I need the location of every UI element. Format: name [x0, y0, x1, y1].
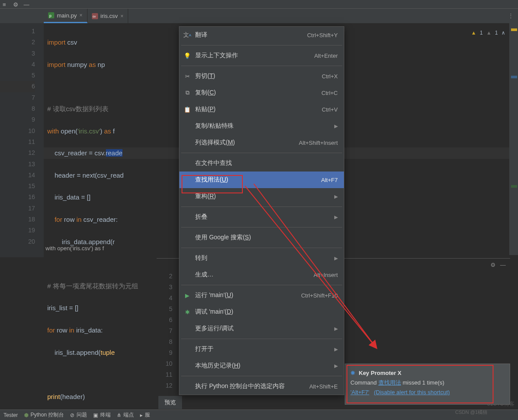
menu-generate[interactable]: 生成…Alt+Insert [179, 266, 344, 283]
selected-text: reade [106, 149, 122, 157]
menu-google-search[interactable]: 使用 Google 搜索(S) [179, 229, 344, 246]
python-file-icon: p [48, 12, 54, 18]
translate-icon: 文A [184, 32, 191, 38]
sb-endpoints[interactable]: ⋔端点 [117, 411, 134, 419]
terminal-icon: ▣ [93, 412, 98, 418]
python-icon: ⬢ [24, 412, 28, 418]
weak-warning-icon: ▲ [486, 30, 491, 36]
sb-tester[interactable]: Tester [4, 412, 18, 418]
menu-folding[interactable]: 折叠▶ [179, 209, 344, 225]
sb-services[interactable]: ▸服 [140, 411, 150, 419]
services-icon: ▸ [140, 412, 143, 418]
chevron-right-icon: ▶ [334, 363, 338, 369]
problems-icon: ⊘ [70, 412, 74, 418]
gear-icon[interactable]: ⚙ [490, 262, 496, 268]
copy-icon: ⧉ [184, 89, 191, 96]
menu-run-main[interactable]: ▶运行 'main'(U)Ctrl+Shift+F10 [179, 287, 344, 304]
paste-icon: 📋 [184, 106, 191, 113]
gear-icon[interactable]: ⚙ [13, 1, 19, 7]
window-toolbar: ≡ ⚙ — [0, 0, 518, 9]
run-icon: ▶ [184, 292, 191, 299]
menu-paste-special[interactable]: 复制/粘贴特殊▶ [179, 118, 344, 134]
context-menu: 文A翻译Ctrl+Shift+Y 💡显示上下文操作Alt+Enter ✂剪切(T… [179, 26, 344, 395]
chevron-up-icon[interactable]: ∧ [501, 30, 505, 36]
tab-main-py[interactable]: p main.py × [44, 9, 88, 23]
csv-file-icon: cv [92, 13, 98, 19]
preview-gutter: 234 567 8910 1112 [157, 271, 178, 391]
menu-refactor[interactable]: 重构(R)▶ [179, 188, 344, 205]
sb-problems[interactable]: ⊘问题 [70, 411, 87, 419]
minimize-icon[interactable]: — [24, 1, 30, 7]
chevron-right-icon: ▶ [334, 256, 338, 261]
chevron-right-icon: ▶ [334, 326, 338, 332]
menu-debug-main[interactable]: ✱调试 'main'(D) [179, 304, 344, 320]
menu-translate[interactable]: 文A翻译Ctrl+Shift+Y [179, 27, 344, 43]
error-stripe [509, 23, 518, 255]
menu-more-run[interactable]: 更多运行/调试▶ [179, 320, 344, 337]
notif-title: Key Promoter X [359, 368, 402, 378]
chevron-right-icon: ▶ [334, 123, 338, 129]
notif-disable-link[interactable]: (Disable alert for this shortcut) [374, 389, 450, 396]
bulb-icon: 💡 [184, 52, 191, 59]
menu-find-usages[interactable]: 查找用法(U)Alt+F7 [179, 172, 344, 188]
menu-copy[interactable]: ⧉复制(C)Ctrl+C [179, 84, 344, 101]
warning-icon: ▲ [471, 30, 476, 36]
menu-show-context-actions[interactable]: 💡显示上下文操作Alt+Enter [179, 47, 344, 64]
tab-iris-csv[interactable]: cv iris.csv × [88, 9, 129, 23]
chevron-right-icon: ▶ [334, 214, 338, 220]
chevron-right-icon: ▶ [334, 346, 338, 352]
watermark: CSDN @1橘猫 [455, 409, 487, 416]
chevron-right-icon: ▶ [334, 194, 338, 200]
tab-preview[interactable]: 预览 [158, 396, 182, 409]
endpoints-icon: ⋔ [117, 412, 121, 418]
menu-exec-selection[interactable]: 执行 Python 控制台中的选定内容Alt+Shift+E [179, 378, 344, 395]
menu-open-in[interactable]: 打开于▶ [179, 341, 344, 357]
svg-text:cv: cv [92, 14, 96, 18]
notif-shortcut-link[interactable]: 'Alt+F7' [350, 389, 369, 396]
notif-icon: ✸ [350, 368, 355, 378]
menu-icon[interactable]: ≡ [3, 1, 9, 7]
breadcrumb[interactable]: with open('iris.csv') as f [46, 245, 104, 252]
sb-terminal[interactable]: ▣终端 [93, 411, 111, 419]
close-icon[interactable]: × [80, 12, 83, 18]
sb-python-console[interactable]: ⬢Python 控制台 [24, 411, 64, 419]
key-promoter-notification: ✸Key Promoter X Command 查找用法 missed 1 ti… [345, 364, 510, 405]
cut-icon: ✂ [184, 73, 191, 80]
line-gutter: 123 456 789 101112 131415 161718 1920 [0, 23, 44, 257]
debug-icon: ✱ [184, 308, 191, 315]
notif-command-link[interactable]: 查找用法 [378, 379, 401, 386]
menu-find-in-files[interactable]: 在文件中查找 [179, 155, 344, 172]
menu-paste[interactable]: 📋粘贴(P)Ctrl+V [179, 101, 344, 118]
menu-local-history[interactable]: 本地历史记录(H)▶ [179, 357, 344, 374]
more-tabs-icon[interactable]: ⋮ [508, 12, 514, 19]
inspection-widget[interactable]: ▲1 ▲1 ∧ ∨ [471, 30, 513, 36]
tab-label: main.py [57, 12, 77, 19]
svg-text:p: p [49, 14, 52, 18]
close-icon[interactable]: × [120, 13, 123, 19]
minimize-icon[interactable]: — [500, 262, 506, 268]
menu-cut[interactable]: ✂剪切(T)Ctrl+X [179, 68, 344, 84]
menu-column-selection[interactable]: 列选择模式(M)Alt+Shift+Insert [179, 134, 344, 151]
status-bar: Tester ⬢Python 控制台 ⊘问题 ▣终端 ⋔端点 ▸服 [0, 410, 518, 420]
editor-tabs: p main.py × cv iris.csv × ⋮ [0, 9, 518, 23]
tab-label: iris.csv [101, 13, 118, 19]
menu-goto[interactable]: 转到▶ [179, 250, 344, 266]
